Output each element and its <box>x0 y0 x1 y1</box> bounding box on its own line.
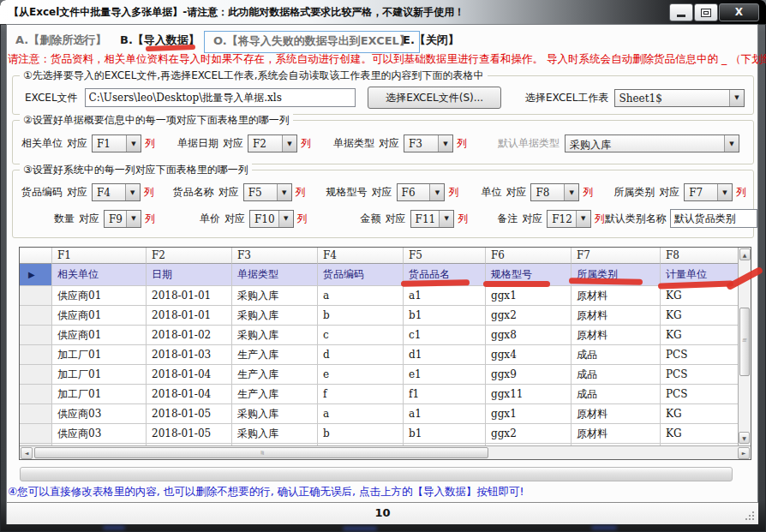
default-doc-type-select[interactable]: 采购入库 ▼ <box>565 134 739 152</box>
grid-cell[interactable]: ggx1 <box>486 404 572 424</box>
export-failed-button[interactable]: O.【将导入失败的数据导出到EXCEL】 <box>204 31 420 53</box>
grid-cell[interactable]: 加工厂01 <box>52 365 147 385</box>
grid-cell[interactable]: a1 <box>404 286 486 306</box>
grid-cell[interactable]: a1 <box>404 404 486 424</box>
close-button[interactable]: X <box>719 3 759 21</box>
grid-cell[interactable]: f1 <box>404 385 486 404</box>
grid-cell[interactable]: ggx9 <box>486 365 572 385</box>
column-header[interactable]: F7 <box>572 248 661 264</box>
remark-column-select[interactable]: F12▼ <box>547 210 591 228</box>
unit-column-select[interactable]: F1 ▼ <box>92 134 141 152</box>
grid-cell[interactable]: ggx2 <box>486 306 572 326</box>
column-header[interactable]: F2 <box>147 248 232 264</box>
table-row[interactable]: 供应商01 2018-01-01 采购入库 a a1 ggx1 原材料 KG <box>20 286 738 306</box>
scroll-up-icon[interactable]: ▲ <box>739 248 751 260</box>
amount-column-select[interactable]: F11▼ <box>410 210 455 228</box>
name-column-select[interactable]: F5▼ <box>243 183 292 201</box>
column-header[interactable]: F5 <box>404 248 486 264</box>
corner-cell[interactable] <box>20 248 52 264</box>
sheet-select[interactable]: Sheet1$ ▼ <box>614 89 745 107</box>
row-selector-arrow-icon[interactable]: ▶ <box>20 264 52 286</box>
maximize-button[interactable] <box>694 3 718 21</box>
grid-cell[interactable]: 2018-01-01 <box>147 286 232 306</box>
grid-cell[interactable]: KG <box>661 326 738 345</box>
delete-selected-rows-button[interactable]: A.【删除所选行】 <box>15 33 106 50</box>
category-column-select[interactable]: F7▼ <box>684 183 733 201</box>
grid-cell[interactable]: 成品 <box>572 345 661 365</box>
grid-cell[interactable]: 加工厂01 <box>52 345 147 365</box>
date-column-select[interactable]: F2 ▼ <box>248 134 297 152</box>
grid-cell[interactable]: 供应商03 <box>52 424 147 444</box>
grid-cell[interactable]: a <box>318 404 404 424</box>
grid-cell[interactable]: 采购入库 <box>232 306 318 326</box>
grid-cell[interactable]: c <box>318 326 404 345</box>
grid-cell[interactable]: 原材料 <box>572 404 661 424</box>
grid-cell[interactable]: KG <box>661 306 738 326</box>
default-category-input[interactable] <box>670 209 757 228</box>
excel-file-path-input[interactable] <box>85 88 356 107</box>
grid-cell[interactable]: KG <box>661 424 738 444</box>
grid-cell[interactable]: b1 <box>404 424 486 444</box>
scroll-down-icon[interactable]: ▼ <box>739 432 750 444</box>
unitname-column-select[interactable]: F8▼ <box>530 183 579 201</box>
row-selector[interactable] <box>20 404 52 424</box>
grid-cell[interactable]: 原材料 <box>572 424 661 444</box>
scroll-left-icon[interactable]: ◄ <box>21 447 33 459</box>
grid-cell[interactable]: 2018-01-03 <box>147 345 232 365</box>
grid-cell[interactable]: 2018-01-02 <box>147 326 232 345</box>
grid-cell[interactable]: b <box>318 306 404 326</box>
table-row[interactable]: 加工厂01 2018-01-03 生产入库 d d1 ggx4 成品 PCS <box>20 345 738 365</box>
grid-cell[interactable]: 生产入库 <box>232 385 318 404</box>
table-row[interactable]: 供应商03 2018-01-05 采购入库 a a1 ggx1 原材料 KG <box>20 404 738 424</box>
minimize-button[interactable] <box>669 3 693 21</box>
grid-cell[interactable]: 2018-01-04 <box>147 365 232 385</box>
grid-cell[interactable]: 供应商01 <box>52 286 147 306</box>
grid-cell[interactable]: 原材料 <box>572 326 661 345</box>
table-row[interactable]: 加工厂01 2018-01-04 生产入库 f f1 ggx11 成品 PCS <box>20 385 738 404</box>
grid-cell[interactable]: 采购入库 <box>232 286 318 306</box>
grid-cell[interactable]: 2018-01-01 <box>147 306 232 326</box>
grid-cell[interactable]: f <box>318 385 404 404</box>
column-header[interactable]: F4 <box>318 248 404 264</box>
grid-cell[interactable]: 2018-01-05 <box>147 404 232 424</box>
grid-cell[interactable]: 加工厂01 <box>52 385 147 404</box>
grid-cell[interactable]: 采购入库 <box>232 326 318 345</box>
grid-cell[interactable]: PCS <box>661 345 738 365</box>
grid-cell[interactable]: 生产入库 <box>232 365 318 385</box>
grid-cell[interactable]: 原材料 <box>572 286 661 306</box>
grid-cell[interactable]: 供应商01 <box>52 306 147 326</box>
grid-cell[interactable]: 单据类型 <box>232 264 318 286</box>
grid-cell[interactable]: PCS <box>661 365 738 385</box>
grid-cell[interactable]: d <box>318 345 404 365</box>
grid-cell[interactable]: 供应商03 <box>52 404 147 424</box>
grid-cell[interactable]: 日期 <box>147 264 232 286</box>
vertical-scrollbar-thumb[interactable]: ≡ <box>739 308 750 376</box>
row-selector[interactable] <box>20 326 52 345</box>
row-selector[interactable] <box>20 424 52 444</box>
row-selector[interactable] <box>20 365 52 385</box>
close-dialog-button[interactable]: E.【关闭】 <box>403 33 459 50</box>
resize-grip[interactable] <box>752 518 754 520</box>
grid-cell[interactable]: 相关单位 <box>52 264 147 286</box>
scroll-right-icon[interactable]: ► <box>738 447 750 459</box>
title-bar[interactable]: 【从Excel文件中批量导入多张单据】-请注意：此功能对数据格式要求比较严格，不… <box>0 0 766 25</box>
table-row[interactable]: 供应商01 2018-01-02 采购入库 c c1 ggx8 原材料 KG <box>20 326 738 345</box>
spec-column-select[interactable]: F6▼ <box>397 183 446 201</box>
grid-cell[interactable]: 2018-01-05 <box>147 424 232 444</box>
grid-cell[interactable]: ggx11 <box>486 385 572 404</box>
grid-cell[interactable]: 供应商01 <box>52 326 147 345</box>
row-selector[interactable] <box>20 345 52 365</box>
grid-cell[interactable]: 货品编码 <box>318 264 404 286</box>
grid-cell[interactable]: KG <box>661 286 738 306</box>
grid-cell[interactable]: ggx2 <box>486 424 572 444</box>
horizontal-scrollbar-thumb[interactable]: ≡ <box>34 447 488 458</box>
column-header[interactable]: F1 <box>52 248 147 264</box>
grid-cell[interactable]: KG <box>661 404 738 424</box>
column-header[interactable]: F8 <box>661 248 738 264</box>
grid-cell[interactable]: 成品 <box>572 365 661 385</box>
table-row[interactable]: 加工厂01 2018-01-04 生产入库 e e1 ggx9 成品 PCS <box>20 365 738 385</box>
grid-cell[interactable]: ggx4 <box>486 345 572 365</box>
grid-cell[interactable]: a <box>318 286 404 306</box>
grid-cell[interactable]: 采购入库 <box>232 404 318 424</box>
row-selector[interactable] <box>20 385 52 404</box>
